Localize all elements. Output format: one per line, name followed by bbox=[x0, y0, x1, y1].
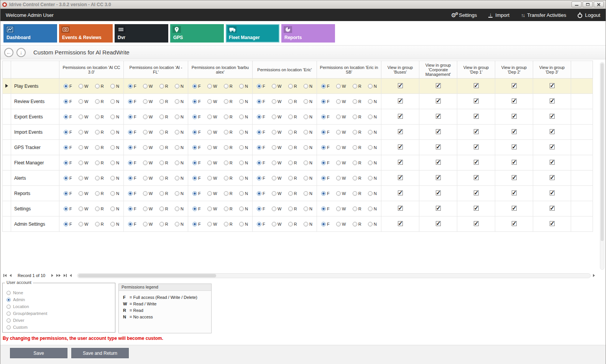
permission-radio-f[interactable]: F bbox=[257, 207, 265, 211]
permission-radio-r[interactable]: R bbox=[95, 84, 104, 89]
group-view-checkbox[interactable] bbox=[436, 83, 441, 88]
vertical-scrollbar-thumb[interactable] bbox=[601, 63, 604, 241]
permission-radio-r[interactable]: R bbox=[95, 222, 104, 226]
group-view-checkbox[interactable] bbox=[550, 98, 555, 103]
permission-radio-w[interactable]: W bbox=[207, 145, 217, 150]
permission-radio-n[interactable]: N bbox=[239, 161, 248, 165]
permission-radio-n[interactable]: N bbox=[110, 130, 119, 134]
group-view-checkbox[interactable] bbox=[512, 98, 517, 103]
permission-radio-n[interactable]: N bbox=[304, 130, 312, 134]
group-view-checkbox[interactable] bbox=[474, 160, 479, 165]
permission-radio-w[interactable]: W bbox=[272, 115, 281, 119]
permission-radio-w[interactable]: W bbox=[336, 99, 346, 104]
permission-radio-f[interactable]: F bbox=[257, 161, 265, 165]
permission-radio-w[interactable]: W bbox=[336, 176, 346, 180]
permission-radio-n[interactable]: N bbox=[368, 84, 377, 89]
permission-radio-n[interactable]: N bbox=[239, 191, 248, 196]
permission-radio-f[interactable]: F bbox=[257, 222, 265, 226]
permission-radio-r[interactable]: R bbox=[224, 99, 233, 104]
permission-radio-w[interactable]: W bbox=[207, 161, 217, 165]
permission-radio-n[interactable]: N bbox=[239, 207, 248, 211]
table-row[interactable]: AlertsFWRNFWRNFWRNFWRNFWRN bbox=[3, 171, 593, 186]
group-view-checkbox[interactable] bbox=[550, 175, 555, 180]
user-account-option-none[interactable]: None bbox=[7, 289, 115, 296]
permission-radio-f[interactable]: F bbox=[321, 191, 330, 196]
titlebar[interactable]: Idrive Control Center - 3.0.2 version - … bbox=[0, 0, 606, 9]
logout-button[interactable]: Logout bbox=[578, 12, 600, 18]
permission-radio-r[interactable]: R bbox=[288, 207, 297, 211]
permission-radio-w[interactable]: W bbox=[79, 191, 88, 196]
permission-radio-n[interactable]: N bbox=[175, 115, 184, 119]
permission-radio-f[interactable]: F bbox=[192, 99, 201, 104]
group-view-checkbox[interactable] bbox=[512, 144, 517, 149]
group-view-checkbox[interactable] bbox=[474, 206, 479, 211]
user-account-option-custom[interactable]: Custom bbox=[7, 324, 115, 331]
permission-radio-w[interactable]: W bbox=[272, 191, 281, 196]
column-header-location-4[interactable]: Permissions on location 'Eric' bbox=[253, 61, 317, 79]
permission-radio-f[interactable]: F bbox=[257, 115, 265, 119]
group-view-checkbox[interactable] bbox=[436, 129, 441, 134]
group-view-checkbox[interactable] bbox=[474, 98, 479, 103]
permission-radio-n[interactable]: N bbox=[368, 145, 377, 150]
permission-radio-n[interactable]: N bbox=[110, 84, 119, 89]
last-record-button[interactable] bbox=[64, 274, 67, 277]
scroll-down-button[interactable]: ↓ bbox=[16, 48, 26, 57]
permission-radio-f[interactable]: F bbox=[64, 84, 72, 89]
permission-radio-r[interactable]: R bbox=[288, 176, 297, 180]
permission-radio-f[interactable]: F bbox=[192, 176, 201, 180]
permission-radio-w[interactable]: W bbox=[336, 207, 346, 211]
permission-radio-f[interactable]: F bbox=[128, 145, 136, 150]
permission-radio-r[interactable]: R bbox=[353, 115, 361, 119]
permission-radio-n[interactable]: N bbox=[239, 99, 248, 104]
permission-radio-r[interactable]: R bbox=[95, 207, 104, 211]
permission-radio-n[interactable]: N bbox=[110, 115, 119, 119]
permission-radio-r[interactable]: R bbox=[288, 84, 297, 89]
permission-radio-w[interactable]: W bbox=[272, 84, 281, 89]
permission-radio-w[interactable]: W bbox=[336, 222, 346, 226]
permission-radio-n[interactable]: N bbox=[368, 99, 377, 104]
permission-radio-n[interactable]: N bbox=[110, 176, 119, 180]
permission-radio-r[interactable]: R bbox=[95, 161, 104, 165]
permission-radio-w[interactable]: W bbox=[143, 145, 153, 150]
permission-radio-f[interactable]: F bbox=[64, 176, 72, 180]
permission-radio-n[interactable]: N bbox=[368, 130, 377, 134]
permission-radio-n[interactable]: N bbox=[110, 145, 119, 150]
permission-radio-w[interactable]: W bbox=[143, 84, 153, 89]
group-view-checkbox[interactable] bbox=[550, 190, 555, 195]
permission-radio-n[interactable]: N bbox=[304, 222, 312, 226]
permission-radio-n[interactable]: N bbox=[368, 207, 377, 211]
permission-radio-f[interactable]: F bbox=[128, 130, 136, 134]
permission-radio-r[interactable]: R bbox=[159, 207, 168, 211]
permission-radio-r[interactable]: R bbox=[288, 222, 297, 226]
permission-radio-w[interactable]: W bbox=[207, 115, 217, 119]
permission-radio-r[interactable]: R bbox=[224, 207, 233, 211]
permission-radio-r[interactable]: R bbox=[353, 191, 361, 196]
permission-radio-n[interactable]: N bbox=[304, 84, 312, 89]
permission-radio-w[interactable]: W bbox=[143, 115, 153, 119]
permission-radio-n[interactable]: N bbox=[110, 161, 119, 165]
permission-radio-n[interactable]: N bbox=[239, 222, 248, 226]
permission-radio-w[interactable]: W bbox=[79, 161, 88, 165]
permission-radio-w[interactable]: W bbox=[207, 207, 217, 211]
permission-radio-w[interactable]: W bbox=[272, 207, 281, 211]
permission-radio-w[interactable]: W bbox=[272, 161, 281, 165]
permission-radio-r[interactable]: R bbox=[353, 99, 361, 104]
permission-radio-n[interactable]: N bbox=[304, 161, 312, 165]
permission-radio-r[interactable]: R bbox=[224, 191, 233, 196]
column-header-group-3[interactable]: View in group 'Dep 1' bbox=[457, 61, 495, 79]
group-view-checkbox[interactable] bbox=[512, 175, 517, 180]
group-view-checkbox[interactable] bbox=[436, 160, 441, 165]
permission-radio-f[interactable]: F bbox=[64, 191, 72, 196]
permission-radio-r[interactable]: R bbox=[288, 145, 297, 150]
group-view-checkbox[interactable] bbox=[550, 221, 555, 226]
permission-radio-f[interactable]: F bbox=[321, 84, 330, 89]
permission-radio-f[interactable]: F bbox=[257, 145, 265, 150]
permission-radio-w[interactable]: W bbox=[79, 207, 88, 211]
group-view-checkbox[interactable] bbox=[398, 206, 403, 211]
permission-radio-f[interactable]: F bbox=[192, 115, 201, 119]
group-view-checkbox[interactable] bbox=[550, 83, 555, 88]
permission-radio-f[interactable]: F bbox=[128, 84, 136, 89]
column-header-group-5[interactable]: View in group 'Dep 3' bbox=[533, 61, 571, 79]
permission-radio-f[interactable]: F bbox=[128, 99, 136, 104]
permission-radio-f[interactable]: F bbox=[128, 191, 136, 196]
